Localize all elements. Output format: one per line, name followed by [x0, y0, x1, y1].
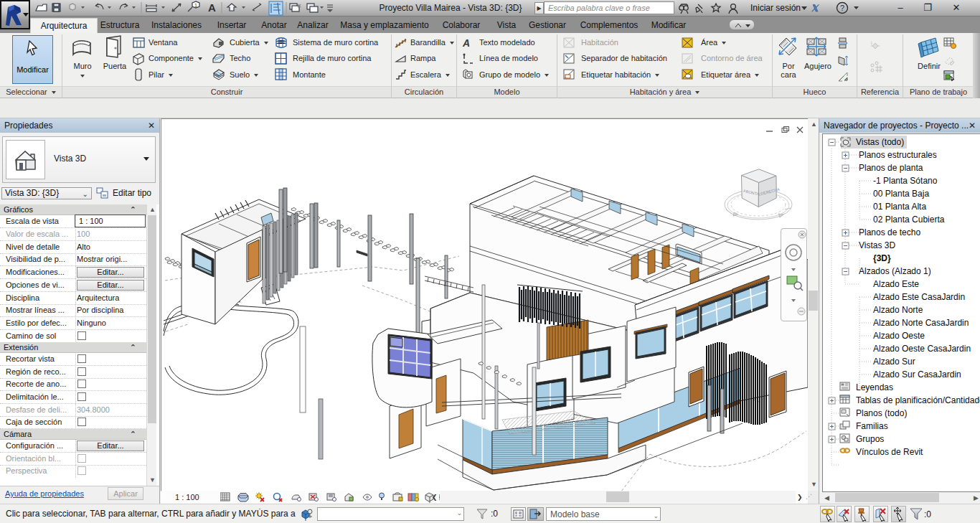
svg-text:A: A — [462, 37, 470, 49]
svg-text:?: ? — [840, 4, 844, 12]
svg-text:A: A — [208, 1, 216, 14]
svg-text:1: 1 — [870, 41, 873, 45]
svg-text:1: 1 — [194, 3, 197, 8]
svg-text::0: :0 — [924, 509, 931, 519]
